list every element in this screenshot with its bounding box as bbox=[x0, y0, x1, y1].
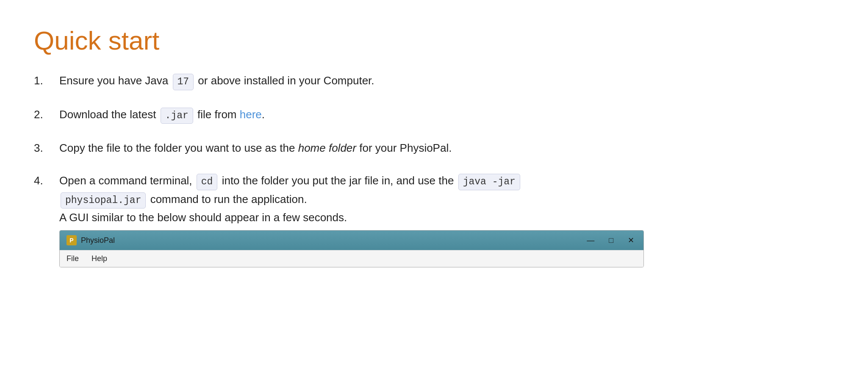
home-folder-italic: home folder bbox=[298, 142, 356, 154]
step-4-line2: physiopal.jar command to run the applica… bbox=[59, 191, 834, 209]
minimize-button[interactable]: — bbox=[584, 236, 597, 245]
step-2: 2. Download the latest .jar file from he… bbox=[34, 106, 834, 124]
step-1: 1. Ensure you have Java 17 or above inst… bbox=[34, 72, 834, 90]
step-3-content: Copy the file to the folder you want to … bbox=[59, 140, 834, 156]
app-titlebar: P PhysioPal — □ ✕ bbox=[60, 231, 643, 250]
window-controls: — □ ✕ bbox=[584, 236, 637, 245]
step-2-number: 2. bbox=[34, 106, 59, 123]
cd-badge: cd bbox=[197, 174, 218, 190]
physiopal-jar-badge: physiopal.jar bbox=[61, 192, 146, 209]
step-4-number: 4. bbox=[34, 172, 59, 189]
step-4-line3: A GUI similar to the below should appear… bbox=[59, 209, 834, 226]
app-window-preview: P PhysioPal — □ ✕ File Help bbox=[59, 230, 644, 267]
app-menubar: File Help bbox=[60, 250, 643, 267]
app-icon-letter: P bbox=[69, 236, 73, 245]
step-4: 4. Open a command terminal, cd into the … bbox=[34, 172, 834, 267]
step-1-content: Ensure you have Java 17 or above install… bbox=[59, 72, 834, 90]
java-jar-badge: java -jar bbox=[458, 174, 520, 190]
step-3: 3. Copy the file to the folder you want … bbox=[34, 140, 834, 156]
jar-badge: .jar bbox=[161, 108, 193, 124]
app-title-text: PhysioPal bbox=[81, 235, 584, 246]
menu-file[interactable]: File bbox=[67, 253, 79, 264]
menu-help[interactable]: Help bbox=[92, 253, 107, 264]
step-4-content: Open a command terminal, cd into the fol… bbox=[59, 172, 834, 267]
java-version-badge: 17 bbox=[173, 74, 194, 90]
maximize-button[interactable]: □ bbox=[606, 236, 616, 245]
step-4-line1: Open a command terminal, cd into the fol… bbox=[59, 172, 834, 190]
here-link[interactable]: here bbox=[240, 108, 262, 121]
step-2-content: Download the latest .jar file from here. bbox=[59, 106, 834, 124]
close-button[interactable]: ✕ bbox=[625, 236, 637, 245]
step-3-number: 3. bbox=[34, 140, 59, 156]
steps-list: 1. Ensure you have Java 17 or above inst… bbox=[34, 72, 834, 267]
app-icon: P bbox=[67, 235, 77, 245]
page-title: Quick start bbox=[34, 25, 834, 56]
step-1-number: 1. bbox=[34, 72, 59, 89]
